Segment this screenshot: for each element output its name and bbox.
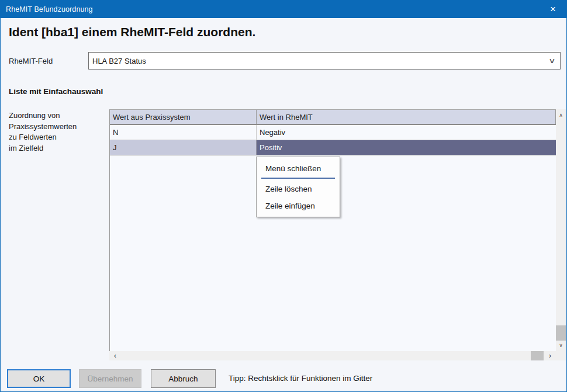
mapping-description-label: Zuordnung von Praxissystemwerten zu Feld…: [9, 110, 77, 154]
table-row-selected[interactable]: J Positiv: [110, 140, 556, 155]
grid-header-row: Wert aus Praxissystem Wert in RheMIT: [110, 110, 556, 125]
cell-praxis-value[interactable]: J: [110, 140, 257, 155]
menu-item-close-menu[interactable]: Menü schließen: [257, 160, 340, 177]
table-row[interactable]: N Negativ: [110, 125, 556, 140]
menu-item-insert-row[interactable]: Zeile einfügen: [257, 197, 340, 214]
rhemit-feld-selected-value: HLA B27 Status: [92, 57, 146, 65]
horizontal-scrollbar-thumb[interactable]: [531, 351, 544, 360]
rhemit-feld-label: RheMIT-Feld: [9, 57, 53, 65]
vertical-scrollbar[interactable]: ∧ ∨: [556, 109, 566, 351]
mapping-grid: Wert aus Praxissystem Wert in RheMIT N N…: [109, 109, 566, 360]
window-title: RheMIT Befundzuordnung: [1, 5, 93, 13]
scrollbar-corner: [556, 351, 566, 360]
grid-context-menu: Menü schließen Zeile löschen Zeile einfü…: [256, 157, 340, 217]
cancel-button[interactable]: Abbruch: [151, 369, 216, 388]
cell-rhemit-value[interactable]: Negativ: [257, 125, 556, 140]
close-icon: ×: [550, 4, 556, 15]
titlebar: RheMIT Befundzuordnung ×: [1, 1, 566, 18]
grid-content: Wert aus Praxissystem Wert in RheMIT N N…: [109, 109, 556, 351]
chevron-down-icon: ∨: [548, 53, 555, 69]
scroll-right-icon[interactable]: ›: [545, 351, 555, 360]
column-header-praxissystem[interactable]: Wert aus Praxissystem: [110, 110, 257, 124]
ok-button[interactable]: OK: [7, 369, 71, 388]
vertical-scrollbar-thumb[interactable]: [556, 325, 566, 341]
close-button[interactable]: ×: [540, 1, 566, 18]
column-header-rhemit[interactable]: Wert in RheMIT: [257, 110, 556, 124]
cell-rhemit-value[interactable]: Positiv: [257, 140, 556, 155]
scroll-left-icon[interactable]: ‹: [110, 351, 120, 360]
list-type-heading: Liste mit Einfachauswahl: [9, 87, 103, 96]
scroll-up-icon[interactable]: ∧: [556, 110, 566, 120]
horizontal-scrollbar[interactable]: ‹ ›: [109, 351, 556, 360]
menu-item-delete-row[interactable]: Zeile löschen: [257, 181, 340, 197]
page-title: Ident [hba1] einem RheMIT-Feld zuordnen.: [9, 25, 255, 39]
menu-separator: [261, 178, 335, 179]
rhemit-feld-select[interactable]: HLA B27 Status ∨: [88, 52, 561, 70]
grid-tip-text: Tipp: Rechtsklick für Funktionen im Gitt…: [229, 374, 372, 383]
apply-button: Übernehmen: [79, 369, 141, 388]
scroll-down-icon[interactable]: ∨: [556, 341, 566, 350]
rhemit-befundzuordnung-dialog: RheMIT Befundzuordnung × Ident [hba1] ei…: [0, 0, 567, 392]
cell-praxis-value[interactable]: N: [110, 125, 257, 140]
